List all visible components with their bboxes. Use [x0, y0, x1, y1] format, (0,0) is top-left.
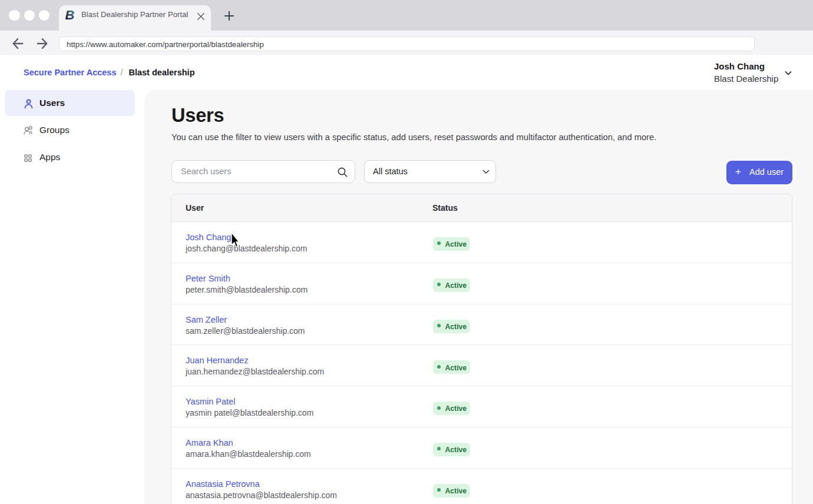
- svg-text:B: B: [65, 9, 75, 22]
